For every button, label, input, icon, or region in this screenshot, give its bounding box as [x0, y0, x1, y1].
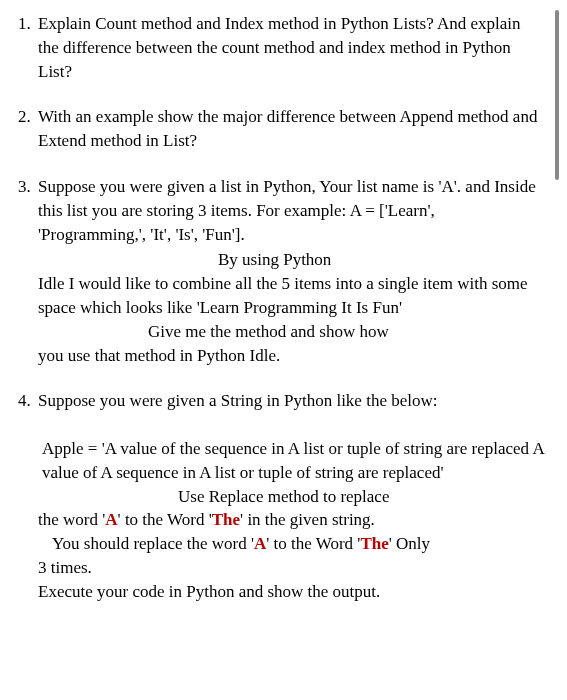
question-3-p3-center: Give me the method and show how — [38, 320, 545, 344]
highlight-A-1: A — [105, 510, 117, 529]
highlight-The-2: The — [360, 534, 388, 553]
question-4-p3-cont: the word 'A' to the Word 'The' in the gi… — [38, 510, 375, 529]
question-3-p3-cont: you use that method in Python Idle. — [38, 346, 280, 365]
question-list: Explain Count method and Index method in… — [18, 12, 545, 604]
question-4-p1: Suppose you were given a String in Pytho… — [38, 391, 437, 410]
question-item-4: Suppose you were given a String in Pytho… — [18, 389, 545, 603]
question-4-p3-center: Use Replace method to replace — [38, 485, 545, 509]
question-item-2: With an example show the major differenc… — [18, 105, 545, 153]
question-4-p4-cont: 3 times. — [38, 558, 92, 577]
question-1-text: Explain Count method and Index method in… — [38, 14, 521, 81]
question-item-3: Suppose you were given a list in Python,… — [18, 175, 545, 367]
highlight-The-1: The — [212, 510, 240, 529]
question-4-p5: Execute your code in Python and show the… — [38, 580, 545, 604]
highlight-A-2: A — [254, 534, 266, 553]
scrollbar[interactable] — [555, 10, 559, 180]
question-4-p2: Apple = 'A value of the sequence in A li… — [38, 437, 545, 485]
question-item-1: Explain Count method and Index method in… — [18, 12, 545, 83]
question-3-p1: Suppose you were given a list in Python,… — [38, 177, 536, 244]
question-2-text: With an example show the major differenc… — [38, 107, 537, 150]
question-4-p4: You should replace the word 'A' to the W… — [38, 532, 545, 556]
question-3-p2-right: By using Python — [38, 248, 545, 272]
question-3-p2-cont: Idle I would like to combine all the 5 i… — [38, 274, 528, 317]
